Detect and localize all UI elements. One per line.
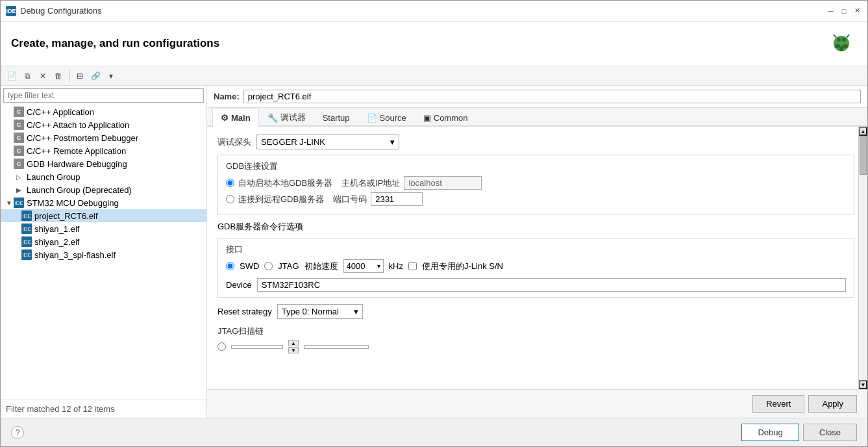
device-row: Device <box>226 278 846 292</box>
footer-row: ? Debug Close <box>1 418 867 446</box>
gdb-cmd-row: GDB服务器命令行选项 <box>217 221 854 233</box>
host-input[interactable] <box>404 176 482 190</box>
jtag-field2[interactable] <box>304 345 369 349</box>
tab-main[interactable]: ⚙ Main <box>212 108 259 127</box>
tree-item-stm32[interactable]: ▼ IDE STM32 MCU Debugging <box>1 196 206 209</box>
tree-label: project_RCT6.elf <box>34 211 98 221</box>
page-title: Create, manage, and run configurations <box>11 37 219 50</box>
cpp-postmortem-icon: C <box>14 133 24 143</box>
jlink-sn-label: 使用专用的J-Link S/N <box>422 261 503 272</box>
expand-icon: ▼ <box>6 199 14 207</box>
main-tab-label: Main <box>231 113 251 123</box>
speed-select[interactable]: 4000 <box>344 260 383 272</box>
scroll-up-button[interactable]: ▲ <box>859 127 867 136</box>
remove-button[interactable]: 🗑 <box>51 69 66 83</box>
jtag-radio-1[interactable] <box>217 342 226 351</box>
minimize-button[interactable]: ─ <box>826 6 836 16</box>
jtag-down-btn[interactable]: ▼ <box>288 347 299 353</box>
debug-configurations-window: IDE Debug Configurations ─ □ ✕ Create, m… <box>0 0 868 447</box>
delete-button[interactable]: ✕ <box>36 69 50 83</box>
tab-debug[interactable]: 🔧 调试器 <box>259 108 314 127</box>
tab-common[interactable]: ▣ Common <box>415 108 477 127</box>
reset-select[interactable]: Type 0: Normal <box>278 305 362 318</box>
tab-source[interactable]: 📄 Source <box>358 108 415 127</box>
revert-button[interactable]: Revert <box>752 395 804 413</box>
tree-item-project-rct6[interactable]: IDE project_RCT6.elf <box>1 209 206 222</box>
toolbar-separator <box>69 70 69 82</box>
probe-select[interactable]: SEGGER J-LINK <box>257 135 387 149</box>
tree-label: shiyan_3_spi-flash.elf <box>34 250 116 260</box>
reset-dropdown[interactable]: Type 0: Normal ▾ <box>277 304 363 319</box>
link-button[interactable]: 🔗 <box>88 69 103 83</box>
right-panel: Name: ⚙ Main 🔧 调试器 Startup 📄 <box>207 86 867 418</box>
tree-label: C/C++ Application <box>27 107 94 117</box>
cpp-remote-icon: C <box>14 146 24 156</box>
probe-dropdown[interactable]: SEGGER J-LINK ▾ <box>256 134 399 149</box>
tree-item-shiyan1[interactable]: IDE shiyan_1.elf <box>1 222 206 235</box>
duplicate-button[interactable]: ⧉ <box>20 69 34 83</box>
gdb-connection-section: GDB连接设置 自动启动本地GDB服务器 主机名或IP地址 <box>217 155 854 214</box>
close-button[interactable]: Close <box>803 424 857 441</box>
project-rct6-icon: IDE <box>21 211 32 221</box>
device-input[interactable] <box>257 278 846 292</box>
jtag-up-btn[interactable]: ▲ <box>288 340 299 346</box>
sidebar: C C/C++ Application C C/C++ Attach to Ap… <box>1 86 207 418</box>
name-row: Name: <box>207 86 867 108</box>
title-bar-left: IDE Debug Configurations <box>6 6 102 16</box>
tree-item-cpp-postmortem[interactable]: C C/C++ Postmortem Debugger <box>1 131 206 144</box>
tree-label: STM32 MCU Debugging <box>27 198 119 208</box>
tree-label: C/C++ Remote Application <box>27 146 126 156</box>
close-window-button[interactable]: ✕ <box>852 6 862 16</box>
jtag-field1[interactable] <box>231 345 283 349</box>
tree-item-cpp-app[interactable]: C C/C++ Application <box>1 105 206 118</box>
collapse-button[interactable]: ⊟ <box>73 69 87 83</box>
port-input[interactable] <box>371 192 423 206</box>
remote-radio[interactable] <box>226 195 234 203</box>
apply-button[interactable]: Apply <box>808 395 857 413</box>
svg-point-1 <box>837 38 841 42</box>
tree-item-cpp-remote[interactable]: C C/C++ Remote Application <box>1 144 206 157</box>
tree-item-launch-group-dep[interactable]: ▶ Launch Group (Deprecated) <box>1 183 206 196</box>
filter-input[interactable] <box>3 88 204 103</box>
interface-box: 接口 SWD JTAG 初始速度 4000 <box>217 238 854 298</box>
tree-label: C/C++ Attach to Application <box>27 120 129 130</box>
footer-buttons: Debug Close <box>741 424 857 441</box>
probe-label: 调试探头 <box>217 136 251 148</box>
dropdown-button[interactable]: ▾ <box>104 69 118 83</box>
host-label: 主机名或IP地址 <box>341 177 400 189</box>
panel-content: 调试探头 SEGGER J-LINK ▾ GDB连接设置 <box>207 127 867 389</box>
debug-button[interactable]: Debug <box>741 424 799 441</box>
tree-item-shiyan2[interactable]: IDE shiyan_2.elf <box>1 235 206 248</box>
swd-radio[interactable] <box>226 262 234 270</box>
scroll-thumb[interactable] <box>860 136 867 175</box>
interface-title: 接口 <box>226 244 846 255</box>
toolbar: 📄 ⧉ ✕ 🗑 ⊟ 🔗 ▾ <box>1 66 867 86</box>
auto-radio-row: 自动启动本地GDB服务器 主机名或IP地址 <box>226 176 846 190</box>
tab-startup[interactable]: Startup <box>314 108 358 127</box>
main-content: C C/C++ Application C C/C++ Attach to Ap… <box>1 86 867 418</box>
tree-item-launch-group[interactable]: ▷ Launch Group <box>1 170 206 183</box>
tree-item-gdb-hw[interactable]: C GDB Hardware Debugging <box>1 157 206 170</box>
debug-tab-label: 调试器 <box>280 112 306 123</box>
common-tab-icon: ▣ <box>423 113 431 123</box>
shiyan2-icon: IDE <box>21 236 32 247</box>
debug-tab-icon: 🔧 <box>267 113 278 123</box>
jlink-sn-checkbox[interactable] <box>408 262 417 270</box>
maximize-button[interactable]: □ <box>839 6 849 16</box>
help-button[interactable]: ? <box>11 426 24 439</box>
jtag-radio[interactable] <box>264 262 273 270</box>
vertical-scrollbar[interactable]: ▲ ▼ <box>858 127 867 389</box>
new-config-button[interactable]: 📄 <box>5 69 19 83</box>
jtag-spinners: ▲ ▼ <box>288 340 299 353</box>
tree-item-shiyan3[interactable]: IDE shiyan_3_spi-flash.elf <box>1 248 206 261</box>
speed-dropdown[interactable]: 4000 ▾ <box>343 259 384 273</box>
name-input[interactable] <box>243 90 861 103</box>
scroll-track <box>859 136 867 380</box>
ide-logo <box>826 28 857 59</box>
scroll-down-button[interactable]: ▼ <box>859 380 867 389</box>
tree-item-cpp-attach[interactable]: C C/C++ Attach to Application <box>1 118 206 131</box>
source-tab-icon: 📄 <box>367 113 377 123</box>
sidebar-footer: Filter matched 12 of 12 items <box>1 400 206 418</box>
auto-radio[interactable] <box>226 179 234 187</box>
shiyan1-icon: IDE <box>21 224 32 234</box>
